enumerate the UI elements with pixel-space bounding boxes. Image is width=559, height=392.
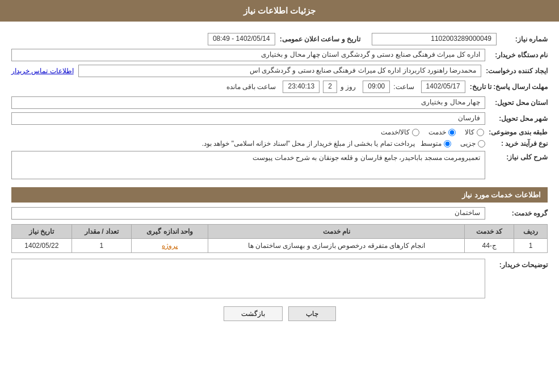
col-name: نام خدمت: [208, 225, 465, 239]
vahed-link[interactable]: پروژه: [162, 242, 178, 250]
noetype-motavasset[interactable]: متوسط: [421, 140, 451, 147]
tabaqe-kala-khedmat-input[interactable]: [412, 129, 419, 136]
nam-dastgah-label: نام دستگاه خریدار:: [485, 51, 548, 59]
mohlat-baqi-label: ساعت باقی مانده: [226, 83, 276, 91]
table-cell: 1: [72, 239, 132, 253]
nam-dastgah-value: اداره کل میراث فرهنگی صنایع دستی و گردشگ…: [11, 49, 485, 61]
tosif-textarea[interactable]: [11, 259, 485, 298]
tabaqe-khedmat-input[interactable]: [448, 129, 456, 136]
mohlat-date: 1402/05/17: [421, 81, 465, 93]
services-table: ردیف کد خدمت نام خدمت واحد اندازه گیری ت…: [11, 224, 548, 253]
ijad-label: ایجاد کننده درخواست:: [481, 67, 548, 75]
mohlat-roz-label: روز و: [341, 83, 356, 91]
table-cell: انجام کارهای متفرقه درخصوص بازسازی و بهس…: [208, 239, 465, 253]
page-header: جزئیات اطلاعات نیاز: [0, 0, 559, 22]
mohlat-label: مهلت ارسال پاسخ: تا تاریخ:: [465, 83, 548, 91]
table-cell: 1: [514, 239, 548, 253]
tabaqe-khedmat-label: خدمت: [428, 128, 446, 136]
col-tarikh: تاریخ نیاز: [12, 225, 72, 239]
grooh-label: گروه خدمت:: [485, 209, 548, 217]
mohlat-saat-label: ساعت:: [393, 83, 414, 91]
contact-link[interactable]: اطلاعات تماس خریدار: [11, 67, 74, 75]
tosif-label: توضیحات خریدار:: [485, 259, 548, 269]
tarikh-label: تاریخ و ساعت اعلان عمومی:: [275, 35, 360, 43]
tabaqe-kala-label: کالا: [465, 128, 474, 136]
tabaqe-label: طبقه بندی موضوعی:: [484, 128, 548, 136]
shomara-niaz-value: 1102003289000049: [372, 33, 497, 45]
noetype-jozi-input[interactable]: [478, 140, 485, 147]
sharh-label: شرح کلی نیاز:: [485, 151, 548, 161]
print-button[interactable]: چاپ: [288, 306, 336, 321]
services-section-title: اطلاعات خدمات مورد نیاز: [11, 187, 548, 203]
table-cell: ج-44: [465, 239, 514, 253]
noetype-jozi[interactable]: جزیی: [460, 140, 485, 147]
sharh-value: تعمیرومرمت مسجد باباحیدر، جامع فارسان و …: [11, 151, 485, 179]
shahr-value: فارسان: [11, 112, 485, 125]
tarikh-value: 1402/05/14 - 08:49: [208, 33, 275, 45]
noetype-radio-group: جزیی متوسط: [421, 140, 485, 147]
tabaqe-radio-group: کالا خدمت کالا/خدمت: [381, 128, 484, 136]
mohlat-roz: 2: [323, 81, 337, 93]
table-row: 1ج-44انجام کارهای متفرقه درخصوص بازسازی …: [12, 239, 548, 253]
noetype-motavasset-input[interactable]: [444, 140, 451, 147]
col-vahed: واحد اندازه گیری: [132, 225, 208, 239]
tabaqe-khedmat[interactable]: خدمت: [428, 128, 456, 136]
noetype-note: پرداخت تمام یا بخشی از مبلغ خریدار از مح…: [202, 140, 415, 147]
tabaqe-kala-khedmat[interactable]: کالا/خدمت: [381, 128, 419, 136]
tabaqe-kala-input[interactable]: [477, 129, 484, 136]
shomara-niaz-label: شماره نیاز:: [497, 35, 548, 43]
tabaqe-kala-khedmat-label: کالا/خدمت: [381, 128, 410, 136]
noetype-motavasset-label: متوسط: [421, 140, 442, 147]
page-title: جزئیات اطلاعات نیاز: [243, 6, 316, 15]
table-cell: 1402/05/22: [12, 239, 72, 253]
grooh-value: ساختمان: [11, 207, 485, 220]
ijad-value: محمدرضا راهنورد کاربرداز اداره کل میراث …: [78, 65, 482, 77]
tabaqe-kala[interactable]: کالا: [465, 128, 484, 136]
mohlat-baqi: 23:40:13: [283, 81, 320, 93]
col-kod: کد خدمت: [465, 225, 514, 239]
noetype-jozi-label: جزیی: [460, 140, 476, 147]
ostan-label: استان محل تحویل:: [485, 99, 548, 107]
noetype-label: نوع فرآیند خرید :: [485, 140, 548, 147]
col-radif: ردیف: [514, 225, 548, 239]
mohlat-saat: 09:00: [363, 81, 390, 93]
back-button[interactable]: بازگشت: [224, 306, 283, 321]
table-cell: پروژه: [132, 239, 208, 253]
ostan-value: چهار محال و بختیاری: [11, 96, 485, 109]
shahr-label: شهر محل تحویل:: [485, 115, 548, 123]
col-tedad: تعداد / مقدار: [72, 225, 132, 239]
footer-buttons: چاپ بازگشت: [11, 306, 548, 321]
